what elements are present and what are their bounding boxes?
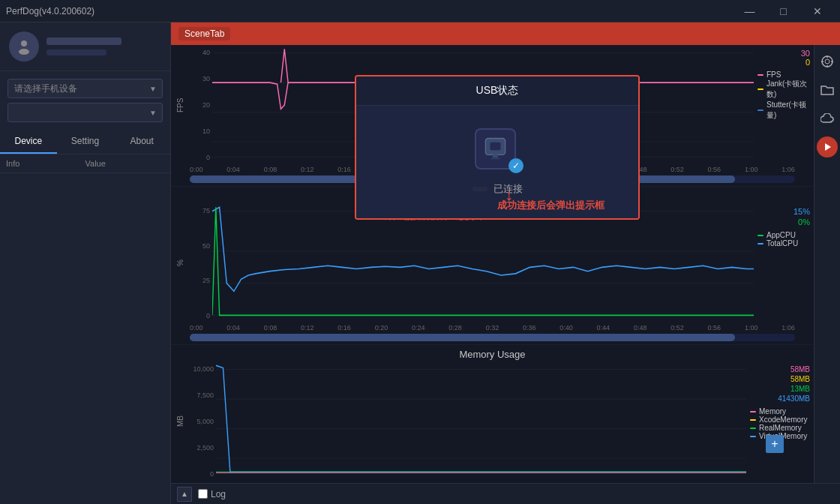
device-id <box>472 187 488 191</box>
cloud-icon[interactable] <box>817 108 838 129</box>
cpu-val2: 15% <box>758 207 810 216</box>
sidebar-tabs: Device Setting About <box>0 130 170 154</box>
memory-chart-body: 10,000 7,500 5,000 2,500 0 <box>190 362 746 482</box>
cpu-scrollbar[interactable] <box>190 334 795 341</box>
avatar <box>9 32 39 62</box>
fps-val-0: 0 <box>758 58 810 67</box>
maximize-button[interactable]: □ <box>766 0 800 22</box>
usb-status-text: 已连接 <box>494 182 523 196</box>
play-button[interactable] <box>817 136 838 158</box>
tab-setting[interactable]: Setting <box>57 130 114 154</box>
log-expand-button[interactable]: ▲ <box>177 487 192 502</box>
profile-name-bar <box>46 38 122 45</box>
col-value: Value <box>86 159 165 168</box>
realmem-label: RealMemory <box>759 424 802 432</box>
appcpu-label: AppCPU <box>766 231 796 239</box>
main-layout: 请选择手机设备 ▼ ▼ Device Setting About Info Va… <box>0 22 840 504</box>
app-title: PerfDog(v4.0.200602) <box>6 6 94 16</box>
xcode-dot <box>750 419 756 421</box>
sidebar: 请选择手机设备 ▼ ▼ Device Setting About Info Va… <box>0 22 171 504</box>
sidebar-table: Info Value <box>0 154 170 504</box>
profile-sub-bar <box>46 50 106 56</box>
usb-modal-body: ✓ 已连接 <box>356 106 638 218</box>
usb-modal-title: USB状态 <box>356 76 638 106</box>
legend-totalcpu: TotalCPU <box>758 239 810 248</box>
svg-rect-19 <box>490 158 500 160</box>
app-select[interactable] <box>8 103 163 122</box>
legend-realmem: RealMemory <box>750 424 810 432</box>
legend-stutter: Stutter(卡顿量) <box>758 100 810 121</box>
fps-y-label: FPS <box>171 45 190 165</box>
cpu-legend: 15% 0% AppCPU TotalCPU <box>754 203 814 323</box>
add-chart-button[interactable]: + <box>766 435 784 453</box>
memory-dot <box>750 411 756 412</box>
log-checkbox[interactable]: Log <box>198 489 226 500</box>
svg-rect-17 <box>490 142 501 151</box>
tab-about[interactable]: About <box>113 130 170 154</box>
memory-chart-svg <box>216 362 746 482</box>
appcpu-dot <box>758 235 764 236</box>
stutter-label: Stutter(卡顿量) <box>766 100 810 121</box>
titlebar: PerfDog(v4.0.200602) — □ ✕ <box>0 0 840 22</box>
fps-val-30: 30 <box>758 49 810 58</box>
memory-chart-container: MB 10,000 7,500 5,000 2,500 0 <box>171 362 814 482</box>
legend-fps: FPS <box>758 70 810 79</box>
fps-legend: 30 0 FPS Jank(卡顿次数) <box>754 45 814 165</box>
memory-y-ticks: 10,000 7,500 5,000 2,500 0 <box>190 362 216 482</box>
log-checkbox-input[interactable] <box>198 489 208 499</box>
cpu-chart-container: % 75 50 25 0 <box>171 203 814 323</box>
legend-jank: Jank(卡顿次数) <box>758 79 810 100</box>
mem-val4: 41430MB <box>750 394 810 403</box>
scene-bar: SceneTab <box>171 22 840 45</box>
folder-icon[interactable] <box>817 80 838 100</box>
right-icons-panel <box>814 45 840 483</box>
log-bar: ▲ Log <box>171 483 840 504</box>
tab-device[interactable]: Device <box>0 130 57 154</box>
usb-status-row: 已连接 <box>472 182 523 196</box>
target-icon[interactable] <box>817 51 838 72</box>
usb-device-svg <box>482 136 508 162</box>
usb-modal[interactable]: USB状态 <box>355 75 640 220</box>
svg-rect-18 <box>493 154 498 158</box>
virtual-dot <box>750 436 756 437</box>
svg-point-0 <box>21 40 27 46</box>
cpu-y-ticks: 75 50 25 0 <box>190 203 212 323</box>
memory-x-ticks: 0:000:040:080:120:160:200:240:280:320:36… <box>171 482 814 483</box>
legend-memory: Memory <box>750 407 810 416</box>
mem-val2: 58MB <box>750 375 810 383</box>
svg-point-20 <box>822 56 832 67</box>
cpu-scrollbar-thumb <box>190 334 735 341</box>
xcode-label: XcodeMemory <box>759 416 807 424</box>
jank-label: Jank(卡顿次数) <box>766 79 810 100</box>
device-select-wrapper: 请选择手机设备 ▼ <box>8 79 163 98</box>
legend-xcode: XcodeMemory <box>750 416 810 424</box>
charts-area[interactable]: FPS 40 30 20 10 0 <box>171 45 814 483</box>
svg-marker-26 <box>825 143 831 151</box>
usb-check-icon: ✓ <box>508 158 524 173</box>
totalcpu-label: TotalCPU <box>766 239 798 248</box>
titlebar-controls: — □ ✕ <box>733 0 834 22</box>
minimize-button[interactable]: — <box>733 0 766 22</box>
close-button[interactable]: ✕ <box>800 0 834 22</box>
jank-dot <box>758 88 764 90</box>
sidebar-table-header: Info Value <box>0 154 170 173</box>
cpu-val1: 0% <box>758 218 810 226</box>
cpu-y-label: % <box>171 203 190 323</box>
fps-y-ticks: 40 30 20 10 0 <box>190 45 212 165</box>
usb-icon-container: ✓ <box>475 128 520 173</box>
mem-val3: 13MB <box>750 385 810 393</box>
memory-y-label: MB <box>171 362 190 482</box>
titlebar-left: PerfDog(v4.0.200602) <box>6 6 94 16</box>
fps-dot <box>758 74 764 76</box>
memory-chart-section: Memory Usage MB 10,000 7,500 5,000 2,500… <box>171 345 814 483</box>
content-inner: FPS 40 30 20 10 0 <box>171 45 840 483</box>
mem-val1: 58MB <box>750 365 810 374</box>
memory-label: Memory <box>759 407 786 416</box>
stutter-dot <box>758 110 764 111</box>
device-select[interactable]: 请选择手机设备 <box>8 79 163 98</box>
cpu-x-ticks: 0:000:040:080:120:160:200:240:280:320:36… <box>171 323 814 332</box>
cpu-legend-items: AppCPU TotalCPU <box>758 231 810 248</box>
realmem-dot <box>750 428 756 429</box>
profile-info <box>46 38 161 56</box>
log-label: Log <box>211 489 226 500</box>
